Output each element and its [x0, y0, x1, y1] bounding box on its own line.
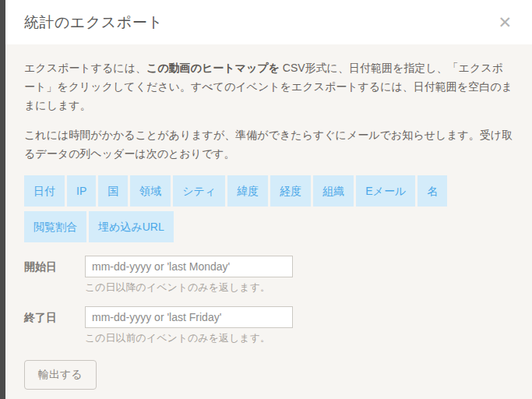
export-button[interactable]: 輸出する: [24, 360, 97, 390]
start-date-help: この日以降のイベントのみを返します。: [85, 281, 293, 294]
end-date-input[interactable]: [85, 306, 293, 328]
end-date-label: 終了日: [24, 306, 85, 344]
start-date-label: 開始日: [24, 256, 85, 294]
end-date-row: 終了日 この日以前のイベントのみを返します。: [24, 306, 513, 344]
column-tag: 埋め込みURL: [89, 211, 174, 242]
intro-text-bold: この動画のヒートマップを: [146, 62, 280, 74]
modal-header: 統計のエクスポート ✕: [5, 0, 532, 44]
column-tag: Eメール: [356, 175, 415, 207]
modal-title: 統計のエクスポート: [24, 12, 163, 33]
end-date-help: この日以前のイベントのみを返します。: [85, 331, 293, 344]
column-tag: 組織: [313, 175, 354, 207]
column-tag: 閲覧割合: [24, 211, 86, 242]
start-date-input[interactable]: [85, 256, 293, 277]
page-backdrop: [0, 0, 5, 399]
column-tag: 名: [417, 175, 447, 207]
intro-text-before: エクスポートするには、: [24, 62, 146, 74]
column-tag: 国: [98, 175, 128, 207]
column-tags: 日付IP国領域シティ緯度経度組織Eメール名閲覧割合埋め込みURL: [24, 175, 507, 242]
close-icon[interactable]: ✕: [498, 14, 512, 30]
export-stats-modal: 統計のエクスポート ✕ エクスポートするには、この動画のヒートマップを CSV形…: [5, 0, 532, 399]
column-tag: 領域: [130, 175, 171, 207]
column-tag: IP: [67, 175, 96, 207]
start-date-row: 開始日 この日以降のイベントのみを返します。: [24, 256, 513, 294]
column-tag: 経度: [270, 175, 311, 207]
column-tag: 日付: [24, 175, 65, 207]
column-tag: シティ: [173, 175, 225, 207]
end-date-field: この日以前のイベントのみを返します。: [85, 306, 293, 344]
modal-body: エクスポートするには、この動画のヒートマップを CSV形式に、日付範囲を指定し、…: [5, 44, 532, 390]
column-tag: 緯度: [227, 175, 268, 207]
intro-paragraph-2: これには時間がかかることがありますが、準備ができたらすぐにメールでお知らせします…: [24, 125, 513, 163]
intro-paragraph-1: エクスポートするには、この動画のヒートマップを CSV形式に、日付範囲を指定し、…: [24, 58, 513, 115]
start-date-field: この日以降のイベントのみを返します。: [85, 256, 293, 294]
